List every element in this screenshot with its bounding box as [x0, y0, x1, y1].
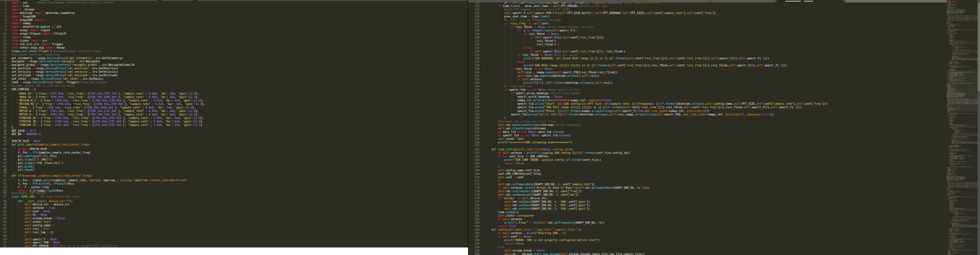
code-line[interactable]: 125#-- calc rssi by frequency subrange — [468, 18, 980, 21]
line-number[interactable]: 8 — [0, 25, 6, 29]
code-line[interactable]: 170self.conf = conf — [468, 175, 980, 178]
minimap[interactable]: import sys #ввод необходимых библиотек д… — [947, 0, 978, 255]
code-line[interactable]: 175self.sdr.setBandwidth(SOAPY_SDR_RX, 0… — [468, 192, 980, 196]
code-line[interactable]: 143print("{}\t{:.1f}".format(datetime.ut… — [468, 80, 980, 84]
line-number[interactable]: 25 — [0, 84, 6, 88]
code-line[interactable]: 162def load_config(self, conf_file=None,… — [468, 147, 980, 150]
code-line[interactable]: 8import matplotlib.pyplot as plt — [0, 25, 468, 29]
code-line[interactable]: 190try: — [468, 244, 980, 248]
code-line[interactable]: 53f, Pxx = fftshift(f), fftshift(Pxx) — [0, 181, 468, 185]
code-line[interactable]: 60self.verbose = True — [0, 206, 468, 209]
code-line[interactable]: 140self.rssi = numpy.mean(self.spectr_PS… — [468, 70, 980, 73]
code-line[interactable]: 169conf=SDR_CONFIGS[conf_file] — [468, 171, 980, 175]
inactive-tab[interactable] — [647, 0, 711, 2]
code-line[interactable]: 'FENGYUN 3C': {'freq': 1701.4e6, 'rssi_f… — [947, 187, 978, 188]
code-line[interactable]: 15rospy.init_node('flight') #инициализац… — [0, 49, 468, 53]
code-line[interactable]: 10from scipy.fftpack import fftshift — [0, 32, 468, 36]
code-line[interactable]: 147spectr_write_heading = False — [468, 94, 980, 98]
line-number[interactable]: 3 — [0, 8, 6, 11]
code-line[interactable]: 64self.state='init' — [0, 219, 468, 223]
code-line[interactable]: 36'FENGYUN 3C': {'freq': 1701.4e6, 'rssi… — [0, 123, 468, 126]
code-line[interactable]: 33'METOP-B': {'freq': 1701.3e6, 'rssi_fr… — [0, 112, 468, 115]
code-line[interactable]: 186if self.verbose : print("Starting SDR… — [468, 231, 980, 234]
code-line[interactable]: 185def start(self,data_file='',log_file=… — [468, 227, 980, 231]
line-number[interactable]: 20 — [0, 67, 6, 70]
code-line[interactable]: 152spectr_fid.write("{}\t{:.1f}\t{}\n".f… — [468, 112, 980, 115]
code-line[interactable]: 171# — [468, 178, 980, 182]
code-line[interactable]: 26SDR_CONFIGS = { — [0, 88, 468, 91]
line-number[interactable]: 161 — [468, 143, 480, 147]
code-line[interactable]: 129if rssi_f0ind is None: — [468, 32, 980, 35]
code-line[interactable]: 6from SoapySDR import * — [0, 19, 468, 22]
line-number[interactable]: 37 — [0, 126, 6, 129]
code-line[interactable]: 154#shutdown the stream and close files — [468, 119, 980, 123]
code-line[interactable]: 128for i in range(0,len(self.spectr_F)): — [468, 28, 980, 32]
code-line[interactable]: 165print("SDR CONF ERROR: invalid config… — [468, 157, 980, 161]
code-line[interactable]: 66self.rssi = 0.0 — [0, 226, 468, 230]
code-line[interactable]: 34'FENGYUN 3A': {'freq': 1704.5e6, 'rssi… — [0, 115, 468, 119]
code-line[interactable]: 164if not conf_file in SDR_CONFIGS: — [468, 154, 980, 157]
code-line[interactable]: 5import SoapySDR — [0, 15, 468, 19]
code-line[interactable]: 145if spectr_fid is not None: #dump spec… — [468, 87, 980, 91]
code-line[interactable]: 151spectr_fid.write("Fbins: {}\n\n".form… — [468, 108, 980, 112]
code-line[interactable]: 13from std_srvs.srv import Trigger — [0, 43, 468, 46]
code-line[interactable]: 47plt.ylabel('PSD [Power/Hz]') — [0, 161, 468, 164]
code-line[interactable]: 63self.stream_break = False — [0, 216, 468, 219]
line-number[interactable]: 12 — [0, 39, 6, 43]
line-number[interactable]: 14 — [0, 46, 6, 49]
code-line[interactable]: spectr_fid.write("{}\t{:.1f}\t{}\n".form… — [947, 226, 978, 227]
line-number[interactable]: 16 — [0, 53, 6, 57]
line-number[interactable]: 50 — [0, 171, 6, 174]
code-line[interactable]: 182if self.verbose : — [468, 217, 980, 220]
code-line[interactable]: 138print("SDR RSSI range {}[{}]-{}[{}] i… — [468, 63, 980, 66]
code-line[interactable]: 49plt.show() — [0, 167, 468, 171]
code-line[interactable]: 25#конфиг записи SDR со списком спутнико… — [0, 84, 468, 88]
line-number[interactable]: 42 — [0, 143, 6, 147]
code-line[interactable]: 160print("==========SDR streaming end===… — [468, 140, 980, 143]
line-number[interactable]: 71 — [0, 244, 6, 247]
code-line[interactable]: 69self.spectr_F = None — [0, 237, 468, 240]
code-editor-right[interactable]: 120sr = self.sdr.readStream(rxStream, [b… — [468, 0, 980, 255]
code-line[interactable]: 7import numpy — [0, 22, 468, 25]
code-line[interactable]: 30'METEOR-M2 2': {'freq': 1700.0e6, 'rss… — [0, 102, 468, 105]
code-line[interactable]: 55return f,10*numpy.log10(Pxx) — [0, 188, 468, 192]
vertical-scrollbar[interactable] — [978, 0, 980, 255]
code-line[interactable]: 158if spectr_fid is not None: spectr_fid… — [468, 133, 980, 136]
code-line[interactable]: 131rssi_f0ind=i — [468, 38, 980, 42]
code-line[interactable]: 43global SPECTR_PLOT — [0, 147, 468, 150]
code-line[interactable]: 65self.config_name='' — [0, 223, 468, 226]
code-line[interactable]: 149spectr_fid.write("Start: {}\nSDR Conf… — [468, 101, 980, 105]
minimap-viewport[interactable] — [947, 70, 978, 112]
code-line[interactable]: 20set_position = rospy.ServiceProxy('set… — [0, 67, 468, 70]
code-line[interactable]: 56#настройка SDR модуля — [0, 192, 468, 195]
line-number[interactable]: 11 — [0, 36, 6, 39]
code-line[interactable]: 44f, Pxx = fft(samples,sample_rate,cente… — [0, 150, 468, 153]
code-line[interactable]: 51def fft(nperseg ,samples,sample_rate,c… — [0, 174, 468, 178]
code-line[interactable]: 57class OSMO_SDR: ## Soapy based SDR cla… — [0, 195, 468, 199]
code-line[interactable]: 9from scipy import signal — [0, 29, 468, 32]
inactive-tab[interactable] — [711, 0, 775, 2]
code-line[interactable]: 178self.sdr.setGain(SOAPY_SDR_RX, 0, 'MI… — [468, 202, 980, 206]
line-number[interactable]: 39 — [0, 132, 6, 136]
line-number[interactable]: 56 — [0, 192, 6, 195]
code-line[interactable]: 61self.conf = None — [0, 209, 468, 212]
line-number[interactable]: 192 — [468, 252, 480, 255]
code-line[interactable]: 4from datetime import datetime,timedelta — [0, 11, 468, 15]
code-line[interactable]: spectr_fid.write("{}\t{:.1f}\t{}\n".form… — [947, 60, 978, 60]
code-line[interactable]: 172self.sdr.setSampleRate(SOAPY_SDR_RX, … — [468, 182, 980, 185]
code-line[interactable]: 11import rospy — [0, 36, 468, 39]
code-line[interactable]: 28'NOAA 19': {'freq': 1698.0e6, 'rssi_fr… — [0, 94, 468, 98]
line-number[interactable]: 6 — [0, 19, 6, 22]
code-line[interactable]: 130if self.spectr_F[i]>self.conf['rssi_f… — [468, 35, 980, 38]
line-number[interactable]: 1 — [0, 1, 6, 5]
line-number[interactable]: 9 — [0, 29, 6, 32]
code-line[interactable]: 3import _thread — [0, 8, 468, 11]
code-line[interactable]: 23set_rates = rospy.ServiceProxy('set_ra… — [0, 77, 468, 81]
code-line[interactable]: 163if self.verbose : print("|-Loading SD… — [468, 150, 980, 154]
code-line[interactable]: 174self.sdr.setFrequency(SOAPY_SDR_RX, 0… — [468, 189, 980, 192]
code-line[interactable]: 35'FENGYUN 3B': {'freq': 1704.5e6, 'rssi… — [0, 119, 468, 123]
code-line[interactable]: 22set_attitude = rospy.ServiceProxy('set… — [0, 74, 468, 77]
code-line[interactable]: 134if self.spectr_F[i]<self.conf['rssi_f… — [468, 49, 980, 53]
code-line[interactable]: 132rssi_f1ind=i+1 — [468, 42, 980, 45]
code-line[interactable]: 41SPECTR_PLOT = None — [0, 140, 468, 143]
